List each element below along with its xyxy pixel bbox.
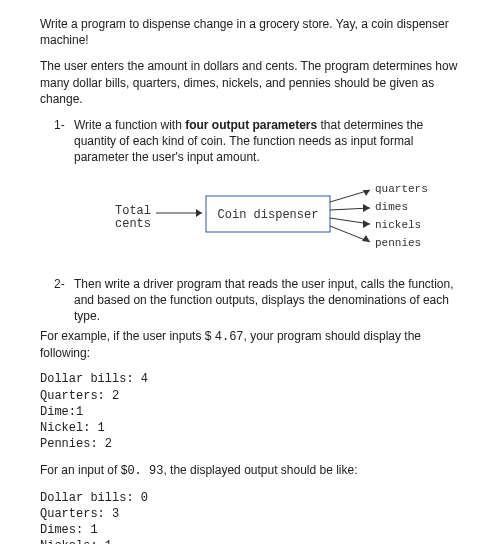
diagram-output-2: nickels xyxy=(375,219,421,231)
diagram-output-3: pennies xyxy=(375,237,421,249)
intro-paragraph-1: Write a program to dispense change in a … xyxy=(40,16,460,48)
example-2-amount: 0. 93 xyxy=(127,464,163,478)
example-2-output: Dollar bills: 0 Quarters: 3 Dimes: 1 Nic… xyxy=(40,490,460,544)
example-2-intro-after: , the displayed output should be like: xyxy=(163,463,357,477)
example-1-amount: 4.67 xyxy=(215,330,244,344)
diagram-input-top: Total xyxy=(115,204,151,218)
step-2-text: Then write a driver program that reads t… xyxy=(74,277,454,323)
example-1-intro: For example, if the user inputs $ 4.67, … xyxy=(40,328,460,361)
svg-marker-10 xyxy=(362,235,370,242)
step-1: 1- Write a function with four output par… xyxy=(40,117,460,166)
step-1-marker: 1- xyxy=(54,117,65,133)
svg-marker-4 xyxy=(363,190,370,196)
coin-dispenser-diagram: Total cents Coin dispenser quarters dime… xyxy=(40,172,460,262)
svg-marker-8 xyxy=(363,220,370,228)
step-1-bold: four output parameters xyxy=(185,118,317,132)
example-1-intro-before: For example, if the user inputs $ xyxy=(40,329,215,343)
svg-marker-6 xyxy=(363,204,370,212)
document-page: Write a program to dispense change in a … xyxy=(0,0,500,544)
diagram-box-label: Coin dispenser xyxy=(218,208,319,222)
diagram-output-1: dimes xyxy=(375,201,408,213)
example-2-intro-before: For an input of $ xyxy=(40,463,127,477)
example-1-output: Dollar bills: 4 Quarters: 2 Dime:1 Nicke… xyxy=(40,371,460,452)
step-1-text-before: Write a function with xyxy=(74,118,185,132)
intro-paragraph-2: The user enters the amount in dollars an… xyxy=(40,58,460,107)
diagram-output-0: quarters xyxy=(375,183,428,195)
example-2-intro: For an input of $0. 93, the displayed ou… xyxy=(40,462,460,479)
diagram-input-bottom: cents xyxy=(115,217,151,231)
step-2-marker: 2- xyxy=(54,276,65,292)
step-2: 2- Then write a driver program that read… xyxy=(40,276,460,325)
svg-marker-1 xyxy=(196,209,202,217)
